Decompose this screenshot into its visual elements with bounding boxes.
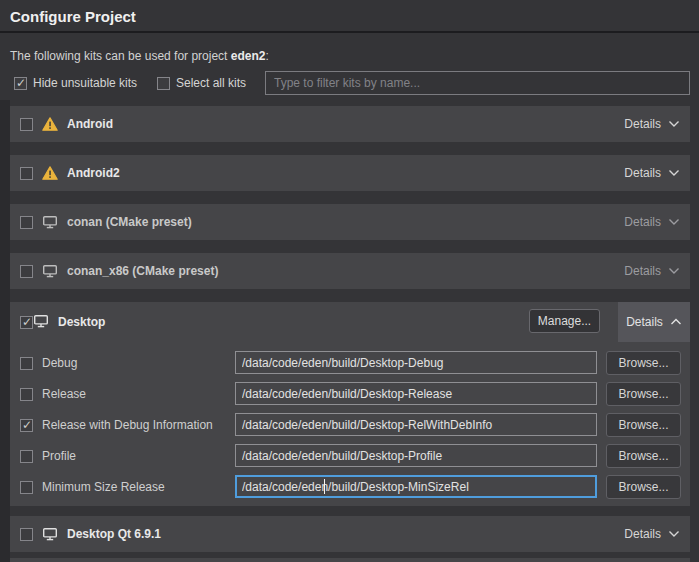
build-config-checkbox[interactable] [20,450,33,463]
warning-icon [42,117,58,131]
hide-unsuitable-kits-option: Hide unsuitable kits [14,76,137,90]
kit-row-conan-x86: conan_x86 (CMake preset) Details [10,253,690,289]
kit-panel-desktop: Desktop Manage... Details Debug Browse..… [10,302,690,506]
desktop-icon [42,527,58,541]
kit-row-android2: Android2 Details [10,155,690,191]
details-label: Details [624,117,661,131]
build-config-row-debug: Debug Browse... [10,351,690,375]
browse-button[interactable]: Browse... [606,382,681,406]
kit-name: conan_x86 (CMake preset) [67,264,218,278]
page-title: Configure Project [10,8,136,25]
build-config-label: Release [42,387,86,401]
build-config-label: Debug [42,356,77,370]
build-dir-field-wrap [235,475,597,498]
details-label: Details [624,166,661,180]
build-dir-field-wrap [235,351,597,374]
kit-checkbox[interactable] [20,265,33,278]
select-all-kits-option: Select all kits [157,76,246,90]
build-config-row-relwithdebinfo: Release with Debug Information Browse... [10,413,690,437]
details-button[interactable]: Details [624,264,680,278]
build-config-label: Minimum Size Release [42,480,165,494]
browse-button[interactable]: Browse... [606,351,681,375]
chevron-down-icon [668,169,680,177]
build-dir-field-wrap [235,382,597,405]
build-config-row-profile: Profile Browse... [10,444,690,468]
kits-description-suffix: : [265,49,268,63]
desktop-icon [42,264,58,278]
details-label: Details [624,527,661,541]
details-label: Details [626,315,663,329]
details-label: Details [624,264,661,278]
build-dir-input[interactable] [235,382,597,405]
build-config-checkbox[interactable] [20,388,33,401]
kit-name: Android2 [67,166,120,180]
build-config-checkbox[interactable] [20,419,33,432]
chevron-up-icon [670,318,682,326]
build-dir-input[interactable] [235,351,597,374]
details-button[interactable]: Details [624,166,680,180]
kit-filter-input[interactable] [265,71,690,95]
browse-button[interactable]: Browse... [606,475,681,499]
title-separator [0,31,699,33]
kit-checkbox[interactable] [20,216,33,229]
kit-checkbox[interactable] [20,528,33,541]
build-dir-input[interactable] [235,413,597,436]
project-name: eden2 [231,49,266,63]
build-dir-input[interactable] [235,475,597,498]
chevron-down-icon [668,218,680,226]
kit-checkbox[interactable] [20,316,33,329]
text-caret [324,479,325,494]
hide-unsuitable-kits-label: Hide unsuitable kits [33,76,137,90]
chevron-down-icon [668,530,680,538]
details-label: Details [624,215,661,229]
kit-name: Desktop Qt 6.9.1 [67,527,161,541]
manage-button[interactable]: Manage... [529,309,600,333]
kit-list-left-edge [0,100,10,562]
kits-description-prefix: The following kits can be used for proje… [10,49,231,63]
kit-row-desktop-qt: Desktop Qt 6.9.1 Details [10,516,690,552]
kits-description: The following kits can be used for proje… [10,49,269,63]
kit-checkbox[interactable] [20,118,33,131]
kit-checkbox[interactable] [20,167,33,180]
select-all-kits-checkbox[interactable] [157,77,170,90]
desktop-icon [33,314,49,331]
kit-name: conan (CMake preset) [67,215,192,229]
kit-name: Android [67,117,113,131]
browse-button[interactable]: Browse... [606,413,681,437]
build-dir-field-wrap [235,413,597,436]
desktop-icon [42,215,58,229]
hide-unsuitable-kits-checkbox[interactable] [14,77,27,90]
kit-name: Desktop [58,315,105,329]
chevron-down-icon [668,267,680,275]
build-config-checkbox[interactable] [20,481,33,494]
build-config-row-release: Release Browse... [10,382,690,406]
chevron-down-icon [668,120,680,128]
details-button[interactable]: Details [624,215,680,229]
details-button[interactable]: Details [624,527,680,541]
browse-button[interactable]: Browse... [606,444,681,468]
details-button[interactable]: Details [624,117,680,131]
next-kit-row-partial [10,558,690,562]
kit-row-conan: conan (CMake preset) Details [10,204,690,240]
kit-row-android: Android Details [10,106,690,142]
warning-icon [42,166,58,180]
build-config-label: Profile [42,449,76,463]
build-config-row-minsizerel: Minimum Size Release Browse... [10,475,690,499]
build-config-label: Release with Debug Information [42,418,213,432]
build-dir-field-wrap [235,444,597,467]
select-all-kits-label: Select all kits [176,76,246,90]
build-config-checkbox[interactable] [20,357,33,370]
build-dir-input[interactable] [235,444,597,467]
details-button[interactable]: Details [618,302,690,342]
